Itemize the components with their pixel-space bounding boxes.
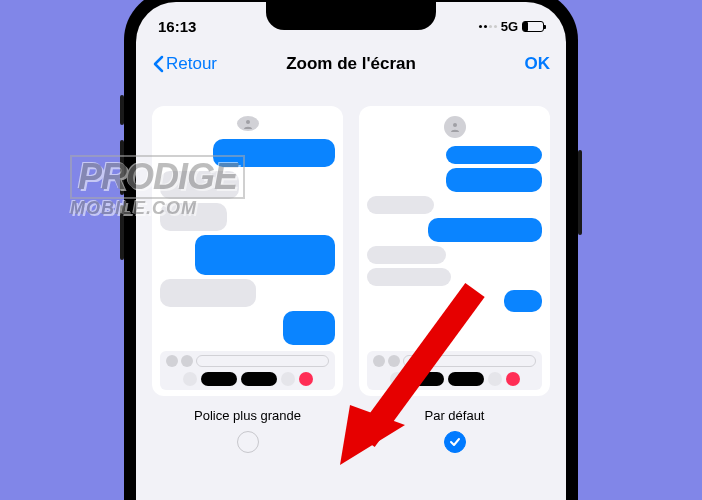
back-label: Retour (166, 54, 217, 74)
keyboard-preview (367, 351, 542, 390)
svg-point-1 (453, 123, 457, 127)
radio-larger[interactable] (237, 431, 259, 453)
notch (266, 2, 436, 30)
preview-larger (152, 106, 343, 396)
status-time: 16:13 (158, 18, 196, 35)
option-larger-label: Police plus grande (194, 408, 301, 423)
signal-icon (479, 25, 497, 28)
status-right: 5G (479, 19, 544, 34)
preview-default (359, 106, 550, 396)
power-button (578, 150, 582, 235)
watermark-line1: PRODIGE (78, 159, 237, 195)
mute-switch (120, 95, 124, 125)
checkmark-icon (449, 436, 461, 448)
nav-bar: Retour Zoom de l'écran OK (136, 42, 566, 86)
keyboard-preview (160, 351, 335, 390)
battery-icon (522, 21, 544, 32)
page-title: Zoom de l'écran (286, 54, 416, 74)
option-default-label: Par défaut (425, 408, 485, 423)
network-label: 5G (501, 19, 518, 34)
zoom-options: Police plus grande (136, 86, 566, 473)
watermark-line2: MOBILE.COM (70, 199, 245, 217)
watermark: PRODIGE MOBILE.COM (70, 155, 245, 217)
option-default[interactable]: Par défaut (359, 106, 550, 453)
message-preview (367, 146, 542, 345)
radio-default[interactable] (444, 431, 466, 453)
chevron-left-icon (152, 55, 164, 73)
back-button[interactable]: Retour (152, 54, 217, 74)
screen: 16:13 5G Retour Zoom de l'écran OK (136, 2, 566, 500)
ok-button[interactable]: OK (525, 54, 551, 74)
phone-frame: 16:13 5G Retour Zoom de l'écran OK (124, 0, 578, 500)
svg-point-0 (246, 120, 250, 124)
avatar-icon (444, 116, 466, 138)
avatar-icon (237, 116, 259, 131)
